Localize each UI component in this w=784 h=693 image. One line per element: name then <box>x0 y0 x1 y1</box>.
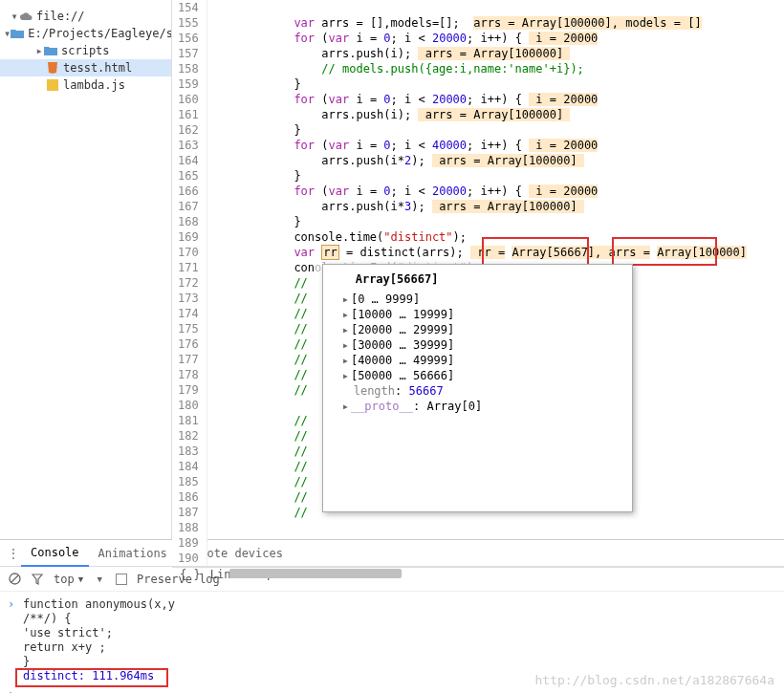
js-file-icon <box>46 79 59 91</box>
chevron-right-icon: ▸ <box>342 400 349 413</box>
tree-item-scripts[interactable]: ▸ scripts <box>0 42 171 59</box>
folder-icon <box>11 28 24 39</box>
console-line: return x+y ; <box>23 640 774 655</box>
folder-icon <box>44 45 57 56</box>
code-line: arrs.push(i); arrs = Array[100000] <box>207 107 784 122</box>
chevron-right-icon: ▸ <box>342 338 349 352</box>
popup-range[interactable]: ▸[10000 … 19999] <box>333 307 622 322</box>
tree-project-label: E:/Projects/Eagleye/s <box>28 27 172 40</box>
tree-item-lambda[interactable]: lambda.js <box>0 76 171 94</box>
chevron-right-icon: ▸ <box>342 354 349 367</box>
code-line: for (var i = 0; i < 20000; i++) { i = 20… <box>207 31 784 46</box>
tree-item-label: lambda.js <box>63 78 125 92</box>
code-area[interactable]: var arrs = [],models=[]; arrs = Array[10… <box>207 0 784 566</box>
tab-animations[interactable]: Animations <box>89 540 177 567</box>
tree-project[interactable]: ▾ E:/Projects/Eagleye/s <box>0 25 171 42</box>
popup-range[interactable]: ▸[30000 … 39999] <box>333 337 622 353</box>
cloud-icon <box>19 11 33 22</box>
tree-root-label: file:// <box>36 10 85 23</box>
code-line: } <box>207 214 784 229</box>
code-line: // models.push({age:i,name:'name'+i}); <box>207 61 784 76</box>
code-line: } <box>207 168 784 184</box>
console-line: function anonymous(x,y <box>23 597 774 612</box>
chevron-down-icon: ▼ <box>78 574 83 584</box>
file-tree[interactable]: ▾ file:// ▾ E:/Projects/Eagleye/s ▸ scri… <box>0 0 172 539</box>
code-line: var rr = distinct(arrs); rr = Array[5666… <box>207 245 784 260</box>
code-line <box>207 0 784 15</box>
code-editor[interactable]: 1541551561571581591601611621631641651661… <box>172 0 784 566</box>
code-line <box>207 535 784 551</box>
console-timing-line: distinct: 111.964ms <box>23 669 774 683</box>
chevron-down-icon: ▾ <box>10 10 19 23</box>
tree-root[interactable]: ▾ file:// <box>0 8 171 25</box>
html-file-icon <box>46 62 59 74</box>
console-line: 'use strict'; <box>23 626 774 640</box>
filter-icon[interactable] <box>31 573 44 586</box>
chevron-down-icon: ▾ <box>4 27 11 40</box>
chevron-right-icon: ▸ <box>342 323 349 336</box>
console-line: } <box>23 655 774 669</box>
code-line: arrs.push(i*3); arrs = Array[100000] <box>207 199 784 214</box>
chevron-right-icon: ▸ <box>34 44 44 57</box>
preserve-log-checkbox[interactable] <box>116 574 127 585</box>
popup-range[interactable]: ▸[0 … 9999] <box>333 292 622 307</box>
code-line: } <box>207 76 784 92</box>
code-line: var arrs = [],models=[]; arrs = Array[10… <box>207 15 784 31</box>
tree-item-tesst[interactable]: tesst.html <box>0 59 171 76</box>
horizontal-scrollbar[interactable] <box>172 566 784 567</box>
popup-range[interactable]: ▸[20000 … 29999] <box>333 322 622 337</box>
tree-item-label: scripts <box>61 44 110 57</box>
line-gutter: 1541551561571581591601611621631641651661… <box>172 0 207 566</box>
clear-console-icon[interactable] <box>8 573 21 586</box>
popup-proto[interactable]: ▸__proto__: Array[0] <box>333 399 622 414</box>
more-icon[interactable]: ⋮ <box>6 547 21 560</box>
scrollbar-thumb[interactable] <box>229 569 402 578</box>
svg-line-2 <box>11 575 18 582</box>
value-inspector-popup[interactable]: Array[56667] ▸[0 … 9999] ▸[10000 … 19999… <box>322 264 633 512</box>
prompt-icon: › <box>8 597 14 611</box>
chevron-right-icon: ▸ <box>342 369 349 382</box>
tab-console[interactable]: Console <box>21 540 89 567</box>
code-line: for (var i = 0; i < 40000; i++) { i = 20… <box>207 138 784 153</box>
code-line: for (var i = 0; i < 20000; i++) { i = 20… <box>207 92 784 107</box>
chevron-right-icon: ▸ <box>342 292 349 306</box>
console-output[interactable]: › function anonymous(x,y /**/) { 'use st… <box>0 592 784 693</box>
code-line: arrs.push(i*2); arrs = Array[100000] <box>207 153 784 168</box>
code-line <box>207 551 784 566</box>
context-selector[interactable]: top ▼ <box>54 573 83 586</box>
popup-length: length: 56667 <box>333 383 622 399</box>
code-line: for (var i = 0; i < 20000; i++) { i = 20… <box>207 184 784 199</box>
code-line: } <box>207 122 784 138</box>
code-line: console.time("distinct"); <box>207 229 784 245</box>
preserve-log-label: Preserve log <box>137 573 220 586</box>
tree-item-label: tesst.html <box>63 61 132 75</box>
svg-rect-0 <box>47 79 58 91</box>
chevron-down-icon[interactable]: ▼ <box>93 573 106 586</box>
console-line: /**/) { <box>23 612 774 626</box>
popup-title: Array[56667] <box>333 271 622 292</box>
code-line <box>207 520 784 535</box>
code-line: arrs.push(i); arrs = Array[100000] <box>207 46 784 61</box>
popup-range[interactable]: ▸[40000 … 49999] <box>333 353 622 368</box>
popup-range[interactable]: ▸[50000 … 56666] <box>333 368 622 383</box>
prompt-icon: › <box>8 687 14 693</box>
chevron-right-icon: ▸ <box>342 308 349 321</box>
